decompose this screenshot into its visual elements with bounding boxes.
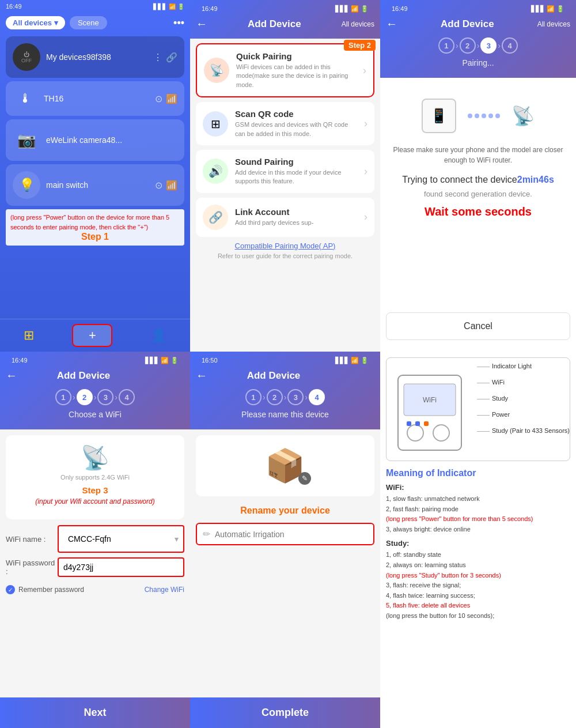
link-account-option[interactable]: 🔗 Link Account Add third party devices s… xyxy=(196,198,374,237)
status-bar-1: 16:49 ▋▋▋ 📶 🔋 xyxy=(0,0,190,13)
rename-input[interactable] xyxy=(215,530,367,539)
quick-pairing-desc: WiFi devices can be added in this mode(m… xyxy=(236,63,356,89)
wait-text: Wait some seconds xyxy=(389,205,567,218)
cancel-button[interactable]: Cancel xyxy=(386,312,570,340)
step4-2-circle-active: 2 xyxy=(77,389,93,405)
wifi-password-input[interactable] xyxy=(63,563,179,572)
back-arrow-5[interactable]: ← xyxy=(196,369,207,382)
study-item-5: 4, flash twice: learning success; xyxy=(386,591,570,601)
panel5-title: Add Device xyxy=(247,370,301,382)
pencil-icon: ✏ xyxy=(203,529,210,540)
wifi-setup-panel: 16:49 ▋▋▋ 📶 🔋 ← Add Device 1 › 2 › 3 › 4… xyxy=(0,352,190,728)
step3-label: Step 3 xyxy=(15,485,175,495)
device-card-power[interactable]: ⏻ OFF My devices98f398 ⋮ 🔗 xyxy=(6,36,184,78)
device-card-th16[interactable]: 🌡 TH16 ⊙ 📶 xyxy=(6,81,184,116)
panel2-link[interactable]: All devices xyxy=(342,20,374,28)
indicator-light-label: —— Indicator Light xyxy=(477,363,570,369)
step5-3-circle: 3 xyxy=(287,389,304,405)
add-device-button[interactable]: + xyxy=(72,324,112,347)
device-name-1: My devices98f398 xyxy=(46,52,147,62)
camera-icon: 📷 xyxy=(13,126,40,154)
study-item-3: (long press "Study" button for 3 seconds… xyxy=(386,571,570,581)
scan-qr-chevron: › xyxy=(364,118,367,130)
wifi-password-field: WiFi password : xyxy=(6,557,184,577)
back-arrow-4[interactable]: ← xyxy=(6,369,17,382)
supports-text: Only supports 2.4G WiFi xyxy=(15,474,175,481)
step4-1-circle: 1 xyxy=(55,389,71,405)
remember-checkbox[interactable]: ✓ xyxy=(6,585,15,594)
svg-text:WiFi: WiFi xyxy=(423,396,437,404)
sound-pairing-desc: Add device in this mode if your device s… xyxy=(235,168,357,186)
study-meaning-section: Study: 1, off: standby state 2, always o… xyxy=(386,539,570,621)
step-2-circle: 2 xyxy=(460,37,476,54)
device-name-4: main switch xyxy=(46,180,149,190)
wifi-dropdown-arrow[interactable]: ▾ xyxy=(175,534,179,544)
device-card-camera[interactable]: 📷 eWeLink camera48... xyxy=(6,119,184,161)
status-bar-4: 16:49 ▋▋▋ 📶 🔋 xyxy=(6,354,184,367)
back-arrow-2[interactable]: ← xyxy=(196,17,207,31)
th16-settings-icon: ⊙ xyxy=(155,93,162,104)
wifi-annotation: (input your Wifi account and password) xyxy=(15,497,175,506)
remember-label: Remember password xyxy=(18,586,84,594)
svg-rect-6 xyxy=(415,421,420,426)
panel5-header: 16:50 ▋▋▋ 📶 🔋 ← Add Device 1 › 2 › 3 › 4… xyxy=(190,352,380,429)
more-button[interactable]: ••• xyxy=(173,17,184,29)
wifi-item-4: 3, always bright: device online xyxy=(386,525,570,535)
quick-pairing-option[interactable]: 📡 Quick Pairing WiFi devices can be adde… xyxy=(196,43,374,97)
edit-badge: ✎ xyxy=(298,472,311,485)
wifi-name-input[interactable] xyxy=(63,530,172,548)
scan-qr-option[interactable]: ⊞ Scan QR code GSM devices and devices w… xyxy=(196,102,374,145)
step-label-4: Choose a WiFi xyxy=(6,410,184,424)
svg-point-3 xyxy=(407,425,423,441)
sound-pairing-option[interactable]: 🔊 Sound Pairing Add device in this mode … xyxy=(196,150,374,193)
wifi-section-title: WiFi: xyxy=(386,483,570,492)
panel3-header: 16:49 ▋▋▋ 📶 🔋 ← Add Device All devices 1… xyxy=(380,0,576,78)
quick-pairing-icon: 📡 xyxy=(204,58,229,83)
study-item-2: 2, always on: learning status xyxy=(386,560,570,571)
panel3-title: Add Device xyxy=(441,18,494,30)
svg-point-4 xyxy=(433,425,449,441)
back-arrow-3[interactable]: ← xyxy=(386,17,397,31)
complete-button[interactable]: Complete xyxy=(190,697,380,728)
device-card-switch[interactable]: 💡 main switch ⊙ 📶 xyxy=(6,164,184,206)
step2-badge: Step 2 xyxy=(344,40,376,51)
wifi-item-2: 2, fast flash: pairing mode xyxy=(386,504,570,515)
device-box-icon: 📱 xyxy=(422,99,456,133)
power-label: —— Power xyxy=(477,411,570,418)
status-bar-3: 16:49 ▋▋▋ 📶 🔋 xyxy=(386,2,570,15)
power-off-icon: ⏻ OFF xyxy=(13,43,40,71)
all-devices-button[interactable]: All devices ▾ xyxy=(6,16,65,29)
found-text: found second generation device. xyxy=(389,190,567,198)
remember-row: ✓ Remember password Change WiFi xyxy=(6,582,184,598)
study-item-7: (long press the button for 10 seconds); xyxy=(386,611,570,621)
panel3-link[interactable]: All devices xyxy=(537,20,570,28)
compatible-link[interactable]: Compatible Pairing Mode( AP) xyxy=(190,242,380,250)
change-wifi-link[interactable]: Change WiFi xyxy=(145,586,184,594)
step1-label: Step 1 xyxy=(10,232,180,242)
qr-icon: ⊞ xyxy=(203,111,228,137)
study-item-6: 5, flash five: delete all devices xyxy=(386,601,570,611)
study-item-1: 1, off: standby state xyxy=(386,550,570,560)
person-icon[interactable]: 👤 xyxy=(151,328,166,343)
sound-pairing-chevron: › xyxy=(364,165,367,178)
device-name-3: eWeLink camera48... xyxy=(46,135,177,145)
device-manual-panel: WiFi —— Indicator Light —— WiFi xyxy=(380,352,576,728)
top-nav-1: All devices ▾ Scene ••• xyxy=(0,13,190,33)
link-account-chevron: › xyxy=(364,211,367,223)
next-button[interactable]: Next xyxy=(0,697,190,728)
step-4-circle: 4 xyxy=(502,37,518,54)
scene-button[interactable]: Scene xyxy=(70,16,107,29)
step5-4-circle-active: 4 xyxy=(309,389,325,405)
device-svg: WiFi xyxy=(392,364,482,456)
switch-icon: 💡 xyxy=(13,171,40,199)
chevron-down-icon: ▾ xyxy=(54,18,58,27)
compatible-hint: Refer to user guide for the correct pair… xyxy=(190,252,380,259)
device-diagram: WiFi —— Indicator Light —— WiFi xyxy=(386,357,570,461)
step4-3-circle: 3 xyxy=(97,389,113,405)
grid-icon[interactable]: ⊞ xyxy=(24,328,34,343)
svg-rect-7 xyxy=(424,421,429,426)
study-433-label: —— Study (Pair to 433 Sensors) xyxy=(477,427,570,434)
scan-qr-desc: GSM devices and devices with QR code can… xyxy=(235,120,357,138)
rename-input-row: ✏ xyxy=(196,523,374,545)
th16-wifi-icon: 📶 xyxy=(166,93,177,104)
